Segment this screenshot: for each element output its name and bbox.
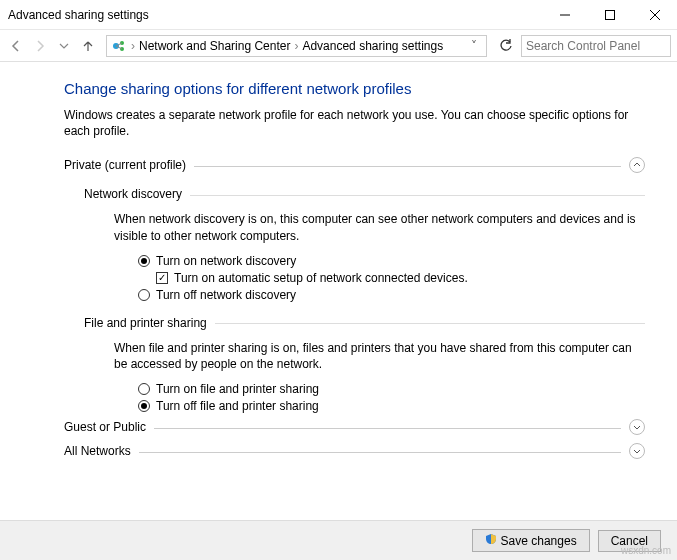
recent-locations-button[interactable] [54,36,74,56]
breadcrumb[interactable]: › Network and Sharing Center › Advanced … [106,35,487,57]
minimize-button[interactable] [542,0,587,30]
search-input-wrapper[interactable] [521,35,671,57]
radio-nd-off-label: Turn off network discovery [156,288,296,302]
network-sharing-icon [111,38,127,54]
close-button[interactable] [632,0,677,30]
titlebar: Advanced sharing settings [0,0,677,30]
chevron-up-icon[interactable] [629,157,645,173]
checkbox-icon: ✓ [156,272,168,284]
radio-nd-off[interactable]: Turn off network discovery [138,288,645,302]
search-input[interactable] [526,39,666,53]
network-discovery-desc: When network discovery is on, this compu… [114,211,645,243]
section-guest-label: Guest or Public [64,420,146,434]
file-printer-desc: When file and printer sharing is on, fil… [114,340,645,372]
section-private-label: Private (current profile) [64,158,186,172]
network-discovery-heading: Network discovery [84,187,182,201]
radio-fp-on-label: Turn on file and printer sharing [156,382,319,396]
breadcrumb-separator: › [131,39,135,53]
divider [194,166,621,167]
forward-button[interactable] [30,36,50,56]
divider [190,195,645,196]
divider [215,323,645,324]
radio-icon [138,255,150,267]
chevron-down-icon[interactable] [629,443,645,459]
divider [139,452,621,453]
breadcrumb-dropdown[interactable]: ˅ [466,39,482,53]
cancel-label: Cancel [611,534,648,548]
shield-icon [485,533,497,548]
page-intro: Windows creates a separate network profi… [64,107,645,139]
radio-fp-on[interactable]: Turn on file and printer sharing [138,382,645,396]
refresh-button[interactable] [495,35,517,57]
section-guest-header[interactable]: Guest or Public [64,419,645,435]
page-title: Change sharing options for different net… [64,80,645,97]
section-private-header[interactable]: Private (current profile) [64,157,645,173]
window-title: Advanced sharing settings [8,8,542,22]
radio-fp-off-label: Turn off file and printer sharing [156,399,319,413]
footer: Save changes Cancel [0,520,677,560]
save-changes-button[interactable]: Save changes [472,529,590,552]
divider [154,428,621,429]
radio-nd-on-label: Turn on network discovery [156,254,296,268]
content-area: Change sharing options for different net… [0,62,677,520]
radio-icon [138,383,150,395]
breadcrumb-separator: › [294,39,298,53]
file-printer-heading: File and printer sharing [84,316,207,330]
back-button[interactable] [6,36,26,56]
checkbox-auto-setup-label: Turn on automatic setup of network conne… [174,271,468,285]
up-button[interactable] [78,36,98,56]
navbar: › Network and Sharing Center › Advanced … [0,30,677,62]
section-all-networks-label: All Networks [64,444,131,458]
radio-icon [138,400,150,412]
breadcrumb-item-network-sharing[interactable]: Network and Sharing Center [139,39,290,53]
svg-rect-1 [605,10,614,19]
checkbox-auto-setup[interactable]: ✓ Turn on automatic setup of network con… [156,271,645,285]
radio-nd-on[interactable]: Turn on network discovery [138,254,645,268]
maximize-button[interactable] [587,0,632,30]
cancel-button[interactable]: Cancel [598,530,661,552]
breadcrumb-item-advanced-sharing[interactable]: Advanced sharing settings [302,39,443,53]
chevron-down-icon[interactable] [629,419,645,435]
radio-icon [138,289,150,301]
section-all-networks-header[interactable]: All Networks [64,443,645,459]
save-changes-label: Save changes [501,534,577,548]
radio-fp-off[interactable]: Turn off file and printer sharing [138,399,645,413]
